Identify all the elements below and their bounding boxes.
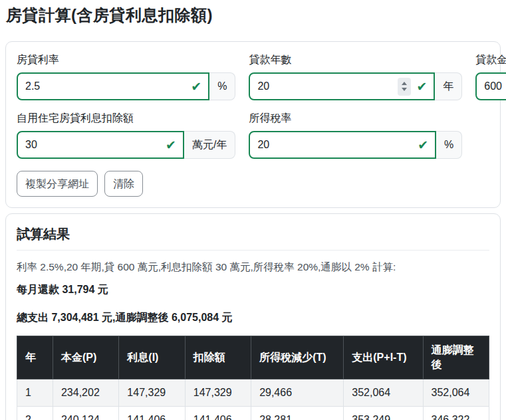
tax-rate-unit-addon: % [436,131,462,159]
table-cell: 141,406 [185,407,251,420]
mortgage-calculator-page: 房貸計算(含房貸利息扣除額) 房貸利率 ✔ % 貸款年數 [0,0,506,420]
results-heading: 試算結果 [17,226,489,242]
table-header-cell: 支出(P+I-T) [344,336,423,379]
amount-input-group: ✔ 萬元 [475,72,506,100]
years-label: 貸款年數 [249,52,462,67]
deduction-input-group: ✔ 萬元/年 [17,131,235,159]
table-cell: 1 [17,379,53,407]
table-cell: 147,329 [119,379,185,407]
table-header-cell: 本金(P) [53,336,118,379]
years-input-box: ✔ [249,72,435,100]
table-header-cell: 通膨調整後 [423,336,489,379]
rate-input-box: ✔ [17,72,209,100]
results-card: 試算結果 利率 2.5%,20 年期,貸 600 萬元,利息扣除額 30 萬元,… [5,213,501,420]
table-header-cell: 年 [17,336,53,379]
amount-label: 貸款金額 [475,52,506,67]
valid-check-icon: ✔ [166,139,176,152]
amortization-table-body: 1 234,202 147,329 147,329 29,466 352,064… [17,379,489,420]
table-cell: 352,064 [423,379,489,407]
table-cell: 28,281 [251,407,344,420]
tax-rate-input-group: ✔ % [249,131,462,159]
page-title: 房貸計算(含房貸利息扣除額) [6,7,501,24]
table-cell: 240,124 [53,407,118,420]
form-grid: 房貸利率 ✔ % 貸款年數 [17,52,489,159]
deduction-unit-addon: 萬元/年 [184,131,235,159]
table-row: 1 234,202 147,329 147,329 29,466 352,064… [17,379,489,407]
results-divider [17,250,489,251]
stepper-up-icon[interactable] [402,82,407,85]
table-cell: 2 [17,407,53,420]
rate-label: 房貸利率 [17,52,235,67]
years-input-group: ✔ 年 [249,72,462,100]
valid-check-icon: ✔ [191,80,201,93]
copy-share-url-button[interactable]: 複製分享網址 [17,171,98,197]
rate-unit-addon: % [209,72,235,100]
table-cell: 346,322 [423,407,489,420]
rate-input-group: ✔ % [17,72,235,100]
tax-rate-label: 所得稅率 [249,111,462,126]
tax-rate-input[interactable] [250,139,418,151]
years-field-group: 貸款年數 ✔ 年 [249,52,462,100]
amortization-table: 年本金(P)利息(I)扣除額所得稅減少(T)支出(P+I-T)通膨調整後 1 2… [17,336,489,420]
deduction-input[interactable] [18,139,166,151]
tax-rate-field-group: 所得稅率 ✔ % [249,111,462,159]
total-payment: 總支出 7,304,481 元,通膨調整後 6,075,084 元 [17,310,489,325]
table-cell: 234,202 [53,379,118,407]
years-unit-addon: 年 [435,72,462,100]
form-actions: 複製分享網址 清除 [17,171,489,197]
amortization-table-head-row: 年本金(P)利息(I)扣除額所得稅減少(T)支出(P+I-T)通膨調整後 [17,336,489,379]
rate-field-group: 房貸利率 ✔ % [17,52,235,100]
table-cell: 141,406 [119,407,185,420]
years-input[interactable] [250,80,398,92]
amount-input-box: ✔ [475,72,506,100]
table-cell: 29,466 [251,379,344,407]
grid-spacer [475,111,506,159]
monthly-payment: 每月還款 31,794 元 [17,282,489,297]
table-header-cell: 扣除額 [185,336,251,379]
valid-check-icon: ✔ [416,80,427,93]
amount-input[interactable] [477,80,506,92]
table-cell: 353,249 [344,407,423,420]
table-header-cell: 所得稅減少(T) [251,336,344,379]
rate-input[interactable] [18,80,191,92]
stepper-down-icon[interactable] [402,88,407,91]
calculator-form-card: 房貸利率 ✔ % 貸款年數 [5,41,501,208]
table-header-cell: 利息(I) [119,336,185,379]
valid-check-icon: ✔ [418,139,428,152]
table-cell: 147,329 [185,379,251,407]
clear-button[interactable]: 清除 [104,171,143,197]
tax-rate-input-box: ✔ [249,131,436,159]
deduction-field-group: 自用住宅房貸利息扣除額 ✔ 萬元/年 [17,111,235,159]
table-row: 2 240,124 141,406 141,406 28,281 353,249… [17,407,489,420]
table-cell: 352,064 [344,379,423,407]
deduction-label: 自用住宅房貸利息扣除額 [17,111,235,126]
deduction-input-box: ✔ [17,131,184,159]
calculation-summary: 利率 2.5%,20 年期,貸 600 萬元,利息扣除額 30 萬元,所得稅率 … [17,260,489,274]
years-number-stepper[interactable] [398,78,411,96]
amount-field-group: 貸款金額 ✔ 萬元 [475,52,506,100]
